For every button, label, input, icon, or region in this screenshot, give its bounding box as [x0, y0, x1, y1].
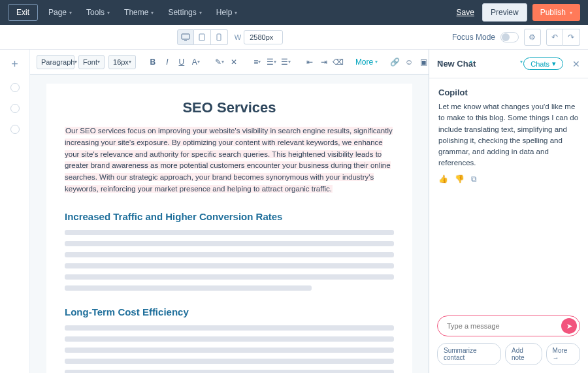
- size-select[interactable]: 16px▾: [108, 55, 136, 69]
- chevron-down-icon: ▾: [235, 10, 237, 16]
- outdent-button[interactable]: ⇤: [303, 55, 316, 69]
- editor-canvas[interactable]: SEO Services Our SEO services focus on i…: [30, 74, 429, 373]
- skeleton-line: [65, 230, 394, 235]
- send-button[interactable]: ➤: [561, 318, 577, 334]
- align-list-group: ≡▾ ☰▾ ☰▾: [251, 55, 293, 69]
- rail-item-3[interactable]: [10, 125, 20, 134]
- second-bar-right: Focus Mode ⚙ ↶ ↷: [452, 29, 580, 46]
- rail-item-1[interactable]: [10, 83, 20, 92]
- menu-tools-label: Tools: [86, 8, 105, 17]
- redo-button[interactable]: ↷: [563, 29, 580, 46]
- menu-theme[interactable]: Theme▾: [124, 8, 154, 17]
- size-select-label: 16px: [113, 58, 129, 66]
- image-icon: ▣: [420, 57, 427, 67]
- send-icon: ➤: [566, 322, 572, 331]
- chevron-down-icon: ▾: [440, 59, 442, 65]
- font-select-label: Font: [83, 58, 97, 66]
- highlight-button[interactable]: ✎▾: [213, 55, 226, 69]
- thumbs-up-button[interactable]: 👍: [438, 174, 448, 184]
- skeleton-line: [65, 336, 394, 342]
- line-height-button[interactable]: ☰▾: [265, 55, 278, 69]
- top-right: Save Preview Publish▾: [457, 3, 580, 22]
- emoji-icon: ☺: [405, 57, 413, 67]
- device-desktop-button[interactable]: [177, 29, 194, 45]
- device-tablet-button[interactable]: [194, 29, 211, 45]
- add-button[interactable]: +: [11, 57, 18, 71]
- chevron-down-icon: ▾: [107, 10, 110, 16]
- width-label: W: [235, 33, 241, 41]
- more-dropdown[interactable]: More▾: [355, 57, 378, 67]
- menu-settings[interactable]: Settings▾: [168, 8, 201, 17]
- paragraph-select[interactable]: Paragraph▾: [37, 55, 74, 69]
- chevron-down-icon: ▾: [570, 10, 572, 16]
- menu-help-label: Help: [216, 8, 233, 17]
- publish-button[interactable]: Publish▾: [532, 4, 580, 21]
- copilot-message: Let me know what changes you'd like me t…: [438, 101, 579, 169]
- indent-group: ⇤ ⇥ ⌫: [303, 55, 345, 69]
- bulleted-list-button[interactable]: ☰▾: [280, 55, 293, 69]
- copilot-name: Copilot: [438, 88, 579, 97]
- tablet-icon: [199, 33, 205, 41]
- doc-heading-cost[interactable]: Long-Term Cost Efficiency: [65, 306, 394, 317]
- editor-column: Paragraph▾ Font▾ 16px▾ B I U A▾ ✎▾ ✕ ≡▾ …: [30, 50, 429, 373]
- device-group: [177, 29, 228, 45]
- undo-redo-group: ↶ ↷: [546, 29, 580, 46]
- menu-page-label: Page: [48, 8, 67, 17]
- gear-icon: ⚙: [529, 33, 536, 42]
- top-bar: Exit Page▾ Tools▾ Theme▾ Settings▾ Help▾…: [0, 0, 588, 25]
- chat-close-button[interactable]: ✕: [572, 59, 580, 69]
- doc-heading-traffic[interactable]: Increased Traffic and Higher Conversion …: [65, 211, 394, 222]
- desktop-icon: [181, 33, 190, 41]
- skeleton-line: [65, 370, 394, 373]
- chevron-down-icon: ▾: [470, 59, 472, 65]
- clear-format-button[interactable]: ✕: [227, 55, 240, 69]
- text-color-button[interactable]: A▾: [189, 55, 203, 69]
- skeleton-line: [65, 274, 394, 280]
- chevron-down-icon: ▾: [69, 10, 72, 16]
- indent-icon: ⇥: [321, 57, 327, 67]
- add-note-button[interactable]: Add note: [505, 343, 542, 365]
- chat-input[interactable]: ➤: [437, 316, 580, 336]
- link-button[interactable]: 🔗: [388, 55, 401, 69]
- highlighted-text: Our SEO services focus on improving your…: [65, 127, 393, 193]
- exit-button[interactable]: Exit: [8, 4, 38, 21]
- italic-button[interactable]: I: [161, 55, 174, 69]
- menu-help[interactable]: Help▾: [216, 8, 238, 17]
- second-bar: W Focus Mode ⚙ ↶ ↷: [0, 25, 588, 50]
- skeleton-line: [65, 348, 394, 353]
- chats-dropdown[interactable]: Chats▾: [523, 57, 563, 70]
- settings-icon-button[interactable]: ⚙: [524, 29, 541, 46]
- rail-item-2[interactable]: [10, 104, 20, 113]
- clear-button[interactable]: ⌫: [332, 55, 345, 69]
- skeleton-line: [65, 325, 394, 331]
- align-button[interactable]: ≡▾: [251, 55, 264, 69]
- chevron-down-icon: ▾: [97, 59, 100, 65]
- clear-format-icon: ✕: [231, 57, 237, 67]
- device-mobile-button[interactable]: [211, 29, 228, 45]
- doc-title[interactable]: SEO Services: [65, 99, 394, 116]
- publish-label: Publish: [540, 8, 566, 17]
- summarize-contact-button[interactable]: Summarize contact: [437, 343, 501, 365]
- more-actions-button[interactable]: More →: [546, 343, 580, 365]
- save-link[interactable]: Save: [457, 8, 474, 17]
- focus-mode-toggle[interactable]: [500, 32, 519, 42]
- preview-button[interactable]: Preview: [482, 3, 527, 22]
- menu-page[interactable]: Page▾: [48, 8, 72, 17]
- emoji-button[interactable]: ☺: [402, 55, 416, 69]
- copy-button[interactable]: ⧉: [471, 174, 477, 184]
- width-input[interactable]: [244, 30, 283, 44]
- doc-paragraph[interactable]: Our SEO services focus on improving your…: [65, 125, 394, 195]
- thumbs-down-button[interactable]: 👎: [455, 174, 465, 184]
- line-height-icon: ☰: [267, 57, 274, 67]
- bold-button[interactable]: B: [146, 55, 159, 69]
- chat-text-field[interactable]: [447, 322, 561, 330]
- menu-tools[interactable]: Tools▾: [86, 8, 110, 17]
- chat-input-area: ➤: [429, 309, 588, 343]
- underline-button[interactable]: U: [175, 55, 188, 69]
- skeleton-block-2: [65, 325, 394, 373]
- undo-button[interactable]: ↶: [546, 29, 563, 46]
- chevron-down-icon: ▾: [151, 10, 154, 16]
- font-select[interactable]: Font▾: [78, 55, 105, 69]
- indent-button[interactable]: ⇥: [318, 55, 331, 69]
- skeleton-line: [65, 285, 312, 291]
